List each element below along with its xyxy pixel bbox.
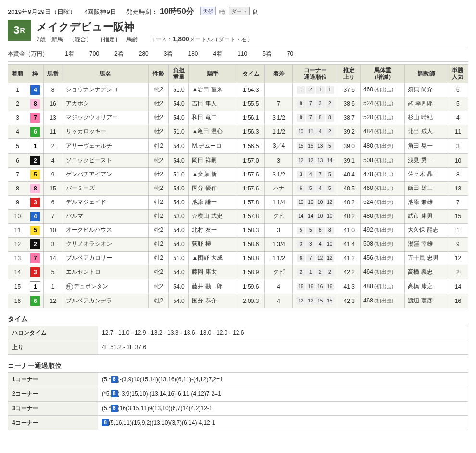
finish: 5: [8, 138, 27, 153]
table-row: 1435エルセントロ牝254.0藤岡 康太1:58.9クビ212242.2464…: [8, 265, 468, 279]
prize-line: 本賞金（万円） 1着7002着2803着1804着1105着70: [8, 47, 468, 62]
table-row: 11510オークヒルハウス牝254.0北村 友一1:58.33558841.04…: [8, 223, 468, 237]
body-weight: 456(初出走): [360, 251, 405, 265]
sex-age: 牡2: [149, 167, 169, 181]
sex-age: 牝2: [149, 181, 169, 195]
waku: 3: [27, 195, 43, 209]
trainer[interactable]: 角田 晃一: [405, 138, 448, 153]
trainer[interactable]: 武 幸四郎: [405, 97, 448, 111]
waku: 6: [27, 294, 43, 308]
col-name: 馬名: [63, 65, 149, 83]
jockey[interactable]: 藤岡 康太: [189, 265, 237, 279]
horse-name[interactable]: ブルベアカンデラ: [63, 294, 149, 308]
corner-order: 8(5,16,11)(15,9,2)(13,10)(3,7)(6,14)-4,1…: [98, 415, 468, 430]
horse-name[interactable]: オークヒルハウス: [63, 223, 149, 237]
horse-name[interactable]: ゲンパチアイアン: [63, 167, 149, 181]
trainer[interactable]: 池添 兼雄: [405, 195, 448, 209]
sex-age: 牝2: [149, 153, 169, 167]
prize-amount: 110: [238, 50, 247, 57]
trainer[interactable]: 武市 康男: [405, 209, 448, 223]
horse-name[interactable]: デルマジェイド: [63, 195, 149, 209]
body-weight: 478(初出走): [360, 167, 405, 181]
jockey[interactable]: 国分 優作: [189, 181, 237, 195]
trainer[interactable]: 五十嵐 忠男: [405, 251, 448, 265]
horse-num: 16: [43, 97, 63, 111]
time: 1:58.8: [237, 251, 265, 265]
popularity: 13: [448, 181, 468, 195]
body-weight: 524(初出走): [360, 97, 405, 111]
jockey[interactable]: 藤井 勘一郎: [189, 279, 237, 294]
horse-num: 13: [43, 111, 63, 125]
sex-age: 牡2: [149, 195, 169, 209]
margin: [265, 83, 293, 97]
popularity: 11: [448, 125, 468, 138]
prize-place: 4着: [213, 50, 223, 57]
results-table: 着順枠馬番馬名性齢負担重量騎手タイム着差コーナー通過順位推定上り馬体重（増減）調…: [8, 64, 468, 308]
horse-name[interactable]: クリノオラシオン: [63, 237, 149, 251]
col-waku: 枠: [27, 65, 43, 83]
carried-weight: 54.0: [169, 181, 189, 195]
jockey[interactable]: ▲団野 大成: [189, 251, 237, 265]
horse-name[interactable]: ソニックビースト: [63, 153, 149, 167]
horse-name[interactable]: アリーヴェデルチ: [63, 138, 149, 153]
trainer[interactable]: 大久保 龍志: [405, 223, 448, 237]
margin: 1 1/4: [265, 195, 293, 209]
horse-name[interactable]: エルセントロ: [63, 265, 149, 279]
table-row: 759ゲンパチアイアン牡251.0▲斎藤 新1:57.63 1/2347540.…: [8, 167, 468, 181]
horse-name[interactable]: ブルベアカロリー: [63, 251, 149, 265]
prize-place: 3着: [164, 50, 173, 57]
last-3f: 39.0: [338, 138, 360, 153]
waku: 8: [27, 97, 43, 111]
trainer[interactable]: 須貝 尚介: [405, 83, 448, 97]
horse-name[interactable]: ショウナンナデシコ: [63, 83, 149, 97]
time: 1:57.8: [237, 195, 265, 209]
waku: 1: [27, 138, 43, 153]
weather-value: 晴: [219, 9, 225, 15]
trainer[interactable]: 渡辺 薫彦: [405, 294, 448, 308]
body-weight: 460(初出走): [360, 181, 405, 195]
trainer[interactable]: 佐々木 晶三: [405, 167, 448, 181]
jockey[interactable]: M.デムーロ: [189, 138, 237, 153]
jockey[interactable]: 国分 恭介: [189, 294, 237, 308]
time: 2:00.3: [237, 294, 265, 308]
jockey[interactable]: ▲斎藤 新: [189, 167, 237, 181]
waku: 1: [27, 279, 43, 294]
carried-weight: 51.0: [169, 251, 189, 265]
horse-name[interactable]: パルマ: [63, 209, 149, 223]
horse-name[interactable]: リッカロッキー: [63, 125, 149, 138]
trainer[interactable]: 浅見 秀一: [405, 153, 448, 167]
corner-order: (5,*8)-(3,9)10(15,14)(13,16)(6,11)-(4,12…: [98, 372, 468, 387]
time: 1:57.8: [237, 209, 265, 223]
prize-amount: 70: [287, 50, 293, 57]
race-date: 2019年9月29日（日曜）: [8, 8, 76, 15]
horse-name[interactable]: バーミーズ: [63, 181, 149, 195]
last-3f: 38.6: [338, 97, 360, 111]
trainer[interactable]: 高橋 義忠: [405, 265, 448, 279]
waku: 8: [27, 181, 43, 195]
jockey[interactable]: 北村 友一: [189, 223, 237, 237]
trainer[interactable]: 高橋 康之: [405, 279, 448, 294]
popularity: 3: [448, 138, 468, 153]
horse-name[interactable]: アカボシ: [63, 97, 149, 111]
jockey[interactable]: 和田 竜二: [189, 111, 237, 125]
jockey[interactable]: 池添 謙一: [189, 195, 237, 209]
trainer[interactable]: 湯窪 幸雄: [405, 237, 448, 251]
jockey[interactable]: 岡田 祥嗣: [189, 153, 237, 167]
table-row: 8815バーミーズ牝254.0国分 優作1:57.6ハナ654540.5460(…: [8, 181, 468, 195]
jockey[interactable]: 吉田 隼人: [189, 97, 237, 111]
trainer[interactable]: 飯田 雄三: [405, 181, 448, 195]
corner-section-title: コーナー通過順位: [8, 362, 468, 370]
jockey[interactable]: ☆横山 武史: [189, 209, 237, 223]
trainer[interactable]: 杉山 晴紀: [405, 111, 448, 125]
last-3f: 40.2: [338, 195, 360, 209]
horse-name[interactable]: 外デュボンタン: [63, 279, 149, 294]
horse-name[interactable]: マジックウォリアー: [63, 111, 149, 125]
jockey[interactable]: ▲岩田 望来: [189, 83, 237, 97]
jockey[interactable]: 荻野 極: [189, 237, 237, 251]
corner-positions: 14141010: [293, 209, 338, 223]
trainer[interactable]: 北出 成人: [405, 125, 448, 138]
last-3f: 41.3: [338, 279, 360, 294]
corner-positions: 10101012: [293, 195, 338, 209]
time: 1:57.0: [237, 153, 265, 167]
jockey[interactable]: ▲亀田 温心: [189, 125, 237, 138]
